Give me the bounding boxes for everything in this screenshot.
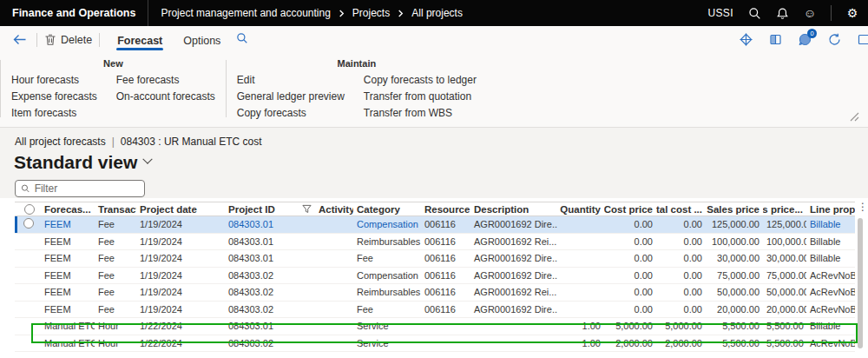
column-header-line_property[interactable]: Line properti: [806, 204, 855, 215]
cell-category[interactable]: Compensation: [353, 219, 421, 229]
cell-project_id[interactable]: 084303.02: [225, 304, 315, 315]
cell-category[interactable]: Service: [353, 321, 421, 331]
grid-row[interactable]: FEEMFee1/19/2024084303.01Compensation006…: [15, 216, 855, 234]
menu-item-transfer-from-wbs[interactable]: Transfer from WBS: [364, 105, 477, 122]
view-name: Standard view: [14, 152, 137, 173]
resize-handle-icon[interactable]: [850, 109, 859, 125]
open-in-office-icon[interactable]: [768, 32, 783, 47]
column-header-transaction[interactable]: Transacti...: [95, 204, 136, 215]
cell-line_property[interactable]: AcRevNoBil: [806, 287, 855, 297]
breadcrumb-item[interactable]: Project management and accounting: [161, 7, 330, 19]
cell-forecast_model[interactable]: FEEM: [41, 236, 95, 247]
cell-project_id[interactable]: 084303.02: [225, 287, 315, 297]
cell-forecast_model[interactable]: FEEM: [41, 270, 95, 281]
list-page-title[interactable]: All project forecasts: [15, 136, 106, 148]
cell-project_id[interactable]: 084303.01: [225, 219, 315, 229]
menu-item-expense-forecasts[interactable]: Expense forecasts: [11, 89, 97, 105]
search-icon[interactable]: [747, 6, 761, 20]
column-header-project_id[interactable]: Project ID: [225, 204, 315, 215]
column-header-total_cost[interactable]: Total cost ...: [656, 204, 706, 215]
cell-forecast_model[interactable]: Manual ETC: [41, 338, 95, 348]
vertical-scrollbar[interactable]: [858, 218, 863, 348]
cell-line_property[interactable]: AcRevNoBil: [806, 304, 855, 315]
menu-item-general-ledger-preview[interactable]: General ledger preview: [237, 89, 345, 105]
personalize-diamond-icon[interactable]: [739, 32, 753, 47]
breadcrumb-item[interactable]: All projects: [411, 7, 463, 19]
grid-row[interactable]: Manual ETCHour1/22/2024084303.02Service1…: [15, 335, 855, 353]
cell-line_property[interactable]: Billable: [806, 253, 855, 263]
cell-category[interactable]: Service: [353, 338, 421, 348]
cell-line_property[interactable]: Billable: [806, 219, 855, 229]
column-header-forecast_model[interactable]: Forecas...↑: [41, 204, 95, 215]
grid-row[interactable]: Manual ETCHour1/22/2024084303.01Service1…: [15, 318, 855, 335]
view-selector[interactable]: Standard view: [0, 148, 868, 173]
cell-category[interactable]: Fee: [353, 304, 421, 315]
column-header-resource[interactable]: Resource: [421, 204, 470, 215]
tab-options[interactable]: Options: [182, 30, 221, 50]
grid-row[interactable]: FEEMFee1/19/2024084303.02Compensation006…: [15, 268, 855, 285]
menu-item-item-forecasts[interactable]: Item forecasts: [11, 105, 97, 122]
column-header-sales_price[interactable]: Sales price: [706, 204, 763, 215]
menu-item-fee-forecasts[interactable]: Fee forecasts: [116, 72, 215, 89]
environment-button[interactable]: USSI: [707, 7, 733, 19]
column-header-category[interactable]: Category: [353, 204, 421, 215]
cell-category[interactable]: Reimbursables: [353, 287, 421, 297]
column-filter-funnel-icon[interactable]: [302, 204, 312, 214]
cell-forecast_model[interactable]: FEEM: [41, 253, 95, 263]
messages-bubble-icon[interactable]: 0: [798, 32, 812, 47]
refresh-icon[interactable]: [827, 32, 842, 47]
menu-item-hour-forecasts[interactable]: Hour forecasts: [11, 72, 97, 89]
cell-line_property[interactable]: AcRevNoBil: [806, 270, 855, 281]
cell-category[interactable]: Reimbursables: [353, 236, 421, 247]
select-all-header[interactable]: [15, 204, 41, 215]
breadcrumb-item[interactable]: Projects: [352, 7, 390, 19]
grid-row[interactable]: FEEMFee1/19/2024084303.02Reimbursables00…: [15, 284, 855, 302]
action-search-icon[interactable]: [236, 32, 248, 48]
grid-row[interactable]: FEEMFee1/19/2024084303.01Fee006116AGR000…: [15, 250, 855, 268]
app-name[interactable]: Finance and Operations: [0, 7, 148, 19]
column-header-cost_price[interactable]: Cost price: [604, 204, 656, 215]
menu-item-on-account-forecasts[interactable]: On-account forecasts: [116, 89, 215, 105]
filter-input[interactable]: [35, 182, 139, 195]
menu-item-transfer-from-quotation[interactable]: Transfer from quotation: [364, 89, 477, 105]
column-header-quantity[interactable]: Quantity: [557, 204, 604, 215]
cell-project_id[interactable]: 084303.02: [225, 338, 315, 348]
cell-line_property[interactable]: Billable: [806, 236, 855, 247]
cell-category[interactable]: Fee: [353, 253, 421, 263]
cell-line_property[interactable]: Billable: [806, 321, 855, 331]
cell-forecast_model[interactable]: FEEM: [41, 287, 95, 297]
select-all-radio[interactable]: [24, 204, 35, 215]
delete-button[interactable]: Delete: [44, 33, 92, 46]
grid-row[interactable]: FEEMFee1/19/2024084303.02Fee006116AGR000…: [15, 302, 855, 319]
column-options-icon[interactable]: ⋮: [858, 201, 868, 213]
settings-gear-icon[interactable]: ⚙: [845, 6, 859, 20]
cell-forecast_model[interactable]: FEEM: [41, 304, 95, 315]
grid-row[interactable]: FEEMFee1/19/2024084303.01Reimbursables00…: [15, 234, 855, 251]
column-header-activity[interactable]: Activity ...: [315, 204, 353, 215]
cell-forecast_model[interactable]: Manual ETC: [41, 321, 95, 331]
cell-project_id[interactable]: 084303.01: [225, 253, 315, 263]
menu-item-copy-forecasts-to-ledger[interactable]: Copy forecasts to ledger: [364, 72, 477, 89]
feedback-smiley-icon[interactable]: ☺: [803, 6, 817, 20]
column-header-project_date[interactable]: Project date: [136, 204, 225, 215]
menu-item-edit[interactable]: Edit: [237, 72, 345, 89]
cell-project_id[interactable]: 084303.01: [225, 321, 315, 331]
column-header-description[interactable]: Description: [470, 204, 557, 215]
cell-project_date: 1/19/2024: [136, 253, 225, 263]
back-button[interactable]: [9, 33, 30, 46]
cell-forecast_model[interactable]: FEEM: [41, 219, 95, 229]
expand-view-icon[interactable]: [857, 32, 868, 47]
cell-project_date: 1/19/2024: [136, 236, 225, 247]
row-select-radio[interactable]: [23, 218, 34, 229]
column-header-sales_price2[interactable]: Sales price...: [763, 204, 806, 215]
tab-forecast[interactable]: Forecast: [116, 30, 163, 50]
cell-total_cost: 0.00: [656, 253, 706, 263]
menu-item-copy-forecasts[interactable]: Copy forecasts: [237, 105, 345, 122]
app-window: Finance and Operations Project managemen…: [0, 0, 868, 358]
cell-transaction: Hour: [95, 338, 136, 348]
notifications-bell-icon[interactable]: [775, 6, 789, 20]
cell-project_id[interactable]: 084303.02: [225, 270, 315, 281]
cell-line_property[interactable]: AcRevNoBil: [806, 338, 855, 348]
cell-category[interactable]: Compensation: [353, 270, 421, 281]
cell-project_id[interactable]: 084303.01: [225, 236, 315, 247]
